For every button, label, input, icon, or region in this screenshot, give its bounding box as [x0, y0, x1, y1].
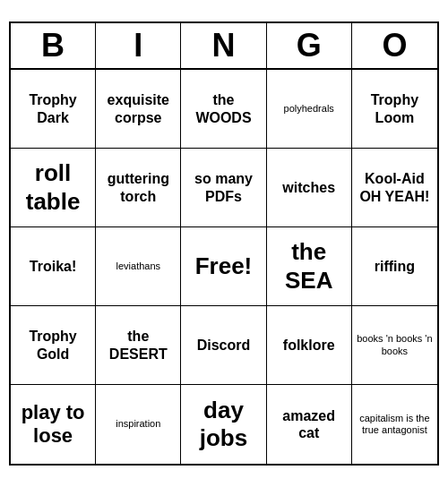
cell-text-13: the SEA: [271, 238, 348, 294]
cell-text-6: guttering torch: [99, 170, 177, 204]
bingo-cell-1: exquisite corpse: [96, 70, 181, 149]
bingo-cell-10: Troika!: [11, 227, 96, 306]
cell-text-20: play to lose: [14, 401, 91, 449]
cell-text-8: witches: [282, 179, 335, 196]
cell-text-11: leviathans: [116, 261, 161, 272]
bingo-cell-19: books 'n books 'n books: [352, 306, 437, 385]
bingo-cell-23: amazed cat: [267, 385, 352, 464]
bingo-cell-6: guttering torch: [96, 149, 181, 227]
bingo-cell-3: polyhedrals: [267, 70, 352, 149]
bingo-cell-11: leviathans: [96, 227, 181, 306]
cell-text-12: Free!: [195, 252, 253, 280]
bingo-cell-14: riffing: [352, 227, 437, 306]
bingo-cell-4: Trophy Loom: [352, 70, 437, 149]
bingo-card: BINGO Trophy Darkexquisite corpsethe WOO…: [9, 21, 439, 466]
cell-text-21: inspiration: [116, 418, 160, 430]
cell-text-4: Trophy Loom: [356, 91, 434, 125]
cell-text-5: roll table: [14, 159, 91, 215]
cell-text-2: the WOODS: [185, 91, 262, 125]
bingo-cell-15: Trophy Gold: [11, 306, 96, 385]
cell-text-15: Trophy Gold: [14, 328, 91, 362]
bingo-cell-16: the DESERT: [96, 306, 181, 385]
header-letter-n: N: [181, 23, 266, 68]
bingo-cell-0: Trophy Dark: [11, 70, 96, 149]
cell-text-19: books 'n books 'n books: [356, 333, 434, 356]
cell-text-0: Trophy Dark: [14, 91, 91, 125]
bingo-cell-21: inspiration: [96, 385, 181, 464]
cell-text-7: so many PDFs: [185, 170, 262, 204]
header-letter-o: O: [352, 23, 437, 68]
bingo-header: BINGO: [11, 23, 437, 70]
cell-text-3: polyhedrals: [284, 103, 334, 115]
cell-text-9: Kool-Aid OH YEAH!: [356, 170, 434, 204]
bingo-cell-18: folklore: [267, 306, 352, 385]
header-letter-g: G: [267, 23, 352, 68]
cell-text-23: amazed cat: [271, 407, 348, 441]
cell-text-1: exquisite corpse: [99, 91, 177, 125]
bingo-cell-9: Kool-Aid OH YEAH!: [352, 149, 437, 227]
cell-text-17: Discord: [197, 337, 251, 354]
bingo-cell-17: Discord: [181, 306, 266, 385]
bingo-cell-24: capitalism is the true antagonist: [352, 385, 437, 464]
cell-text-10: Troika!: [30, 258, 76, 275]
bingo-cell-7: so many PDFs: [181, 149, 266, 227]
cell-text-22: day jobs: [185, 397, 262, 452]
bingo-grid: Trophy Darkexquisite corpsethe WOODSpoly…: [11, 70, 437, 464]
bingo-cell-2: the WOODS: [181, 70, 266, 149]
bingo-cell-22: day jobs: [181, 385, 266, 464]
cell-text-16: the DESERT: [99, 328, 177, 362]
header-letter-b: B: [11, 23, 96, 68]
cell-text-14: riffing: [375, 258, 415, 275]
cell-text-18: folklore: [283, 337, 335, 354]
bingo-cell-13: the SEA: [267, 227, 352, 306]
bingo-cell-12: Free!: [181, 227, 266, 306]
bingo-cell-20: play to lose: [11, 385, 96, 464]
bingo-cell-8: witches: [267, 149, 352, 227]
header-letter-i: I: [96, 23, 181, 68]
bingo-cell-5: roll table: [11, 149, 96, 227]
cell-text-24: capitalism is the true antagonist: [356, 413, 434, 436]
